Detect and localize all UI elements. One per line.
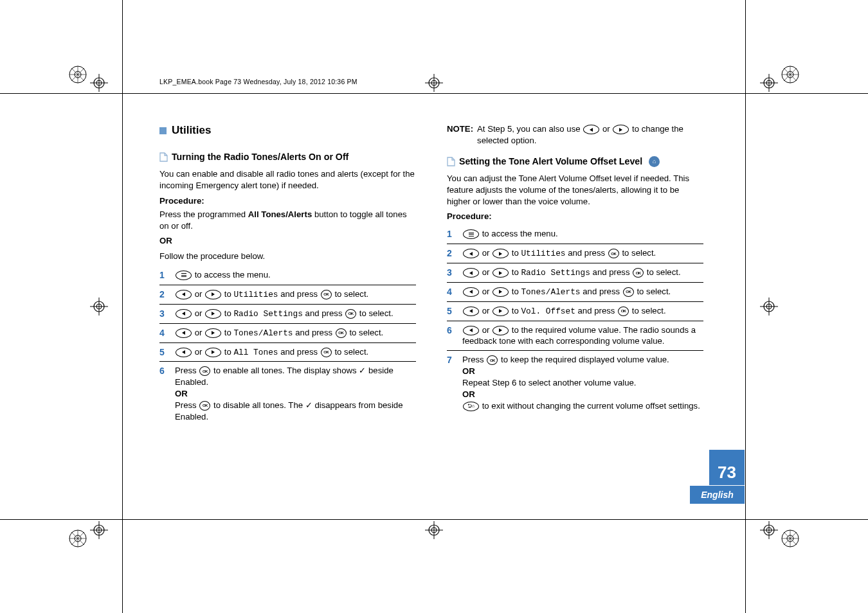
press-instruction: Press the programmed All Tones/Alerts bu…	[159, 209, 416, 232]
nav-left-icon	[463, 287, 479, 297]
intro-text: You can adjust the Tone Alert Volume Off…	[447, 173, 703, 207]
nav-left-icon	[176, 309, 192, 319]
step: 6 Press to enable all tones. The display…	[159, 362, 416, 425]
running-header: LKP_EMEA.book Page 73 Wednesday, July 18…	[159, 77, 703, 86]
or-label: OR	[159, 235, 416, 247]
ok-button-icon	[623, 287, 634, 297]
menu-button-icon	[176, 271, 192, 280]
crop-guide-left	[122, 0, 123, 613]
ok-button-icon	[336, 328, 347, 338]
ok-button-icon	[608, 249, 619, 258]
nav-right-icon	[493, 306, 509, 316]
note-label: NOTE:	[447, 123, 473, 147]
step: 3 or to Radio Settings and press to sele…	[159, 305, 416, 324]
nav-left-icon	[583, 125, 599, 134]
subsection-title: Turning the Radio Tones/Alerts On or Off	[159, 151, 416, 163]
step: 6 or to the required volume value. The r…	[447, 321, 703, 351]
corner-ornament-icon	[68, 64, 88, 85]
subsection-title-text: Turning the Radio Tones/Alerts On or Off	[172, 151, 348, 163]
crop-guide-right	[745, 0, 746, 613]
step: 5 or to Vol. Offset and press to select.	[447, 302, 703, 321]
procedure-label: Procedure:	[447, 211, 703, 222]
step: 2 or to Utilities and press to select.	[447, 244, 703, 263]
registration-mark-icon	[425, 521, 443, 539]
left-column: Utilities Turning the Radio Tones/Alerts…	[159, 123, 416, 425]
subsection-title: Setting the Tone Alert Volume Offset Lev…	[447, 155, 703, 168]
section-title-text: Utilities	[172, 123, 211, 138]
nav-left-icon	[463, 268, 479, 278]
step: 7 Press to keep the required displayed v…	[447, 351, 703, 414]
right-column: NOTE: At Step 5, you can also use or to …	[447, 123, 703, 425]
nav-left-icon	[463, 326, 479, 335]
page-number: 73	[709, 450, 745, 485]
menu-button-icon	[463, 229, 479, 239]
corner-ornament-icon	[780, 528, 800, 549]
procedure-label: Procedure:	[159, 195, 416, 207]
step: 4 or to Tones/Alerts and press to select…	[159, 324, 416, 343]
ok-button-icon	[618, 306, 629, 316]
registration-mark-icon	[90, 298, 108, 315]
nav-right-icon	[613, 125, 629, 134]
intro-text: You can enable and disable all radio ton…	[159, 168, 416, 191]
ok-button-icon	[199, 366, 210, 376]
page-icon	[447, 157, 455, 166]
back-button-icon: ⮌⌂	[463, 402, 479, 411]
nav-left-icon	[176, 348, 192, 357]
nav-left-icon	[463, 249, 479, 258]
section-title: Utilities	[159, 123, 416, 138]
feature-badge-icon: ⌂	[649, 156, 660, 167]
note-body: At Step 5, you can also use or to change…	[477, 123, 703, 147]
subsection-title-text: Setting the Tone Alert Volume Offset Lev…	[459, 155, 642, 168]
step: 5 or to All Tones and press to select.	[159, 343, 416, 362]
ok-button-icon	[199, 401, 210, 411]
ok-button-icon	[321, 290, 332, 299]
ok-button-icon	[633, 268, 644, 278]
corner-ornament-icon	[780, 64, 800, 85]
ok-button-icon	[321, 348, 332, 357]
check-icon: ✓	[305, 400, 312, 410]
nav-right-icon	[493, 249, 509, 258]
language-tab: English	[690, 486, 745, 504]
registration-mark-icon	[90, 521, 108, 539]
nav-left-icon	[463, 306, 479, 316]
nav-right-icon	[205, 309, 221, 319]
step: 3 or to Radio Settings and press to sele…	[447, 263, 703, 283]
nav-left-icon	[176, 290, 192, 299]
bullet-square-icon	[159, 127, 167, 134]
ok-button-icon	[345, 309, 356, 319]
nav-right-icon	[205, 290, 221, 299]
step: 1 to access the menu.	[447, 225, 703, 244]
nav-right-icon	[493, 326, 509, 335]
procedure-steps: 1 to access the menu. 2 or to Utilities …	[447, 225, 703, 414]
step: 2 or to Utilities and press to select.	[159, 285, 416, 305]
ok-button-icon	[487, 355, 498, 365]
registration-mark-icon	[90, 74, 108, 92]
nav-right-icon	[493, 268, 509, 278]
nav-right-icon	[205, 348, 221, 357]
nav-left-icon	[176, 328, 192, 338]
nav-right-icon	[205, 328, 221, 338]
note: NOTE: At Step 5, you can also use or to …	[447, 123, 703, 147]
nav-right-icon	[493, 287, 509, 297]
check-icon: ✓	[359, 366, 366, 375]
procedure-steps: 1 to access the menu. 2 or to Utilities …	[159, 266, 416, 426]
registration-mark-icon	[760, 74, 778, 92]
registration-mark-icon	[760, 298, 778, 315]
follow-text: Follow the procedure below.	[159, 251, 416, 262]
crop-guide-bottom	[0, 519, 868, 520]
page-icon	[159, 152, 168, 162]
step: 4 or to Tones/Alerts and press to select…	[447, 283, 703, 302]
registration-mark-icon	[760, 521, 778, 539]
step: 1 to access the menu.	[159, 266, 416, 285]
corner-ornament-icon	[68, 528, 88, 549]
